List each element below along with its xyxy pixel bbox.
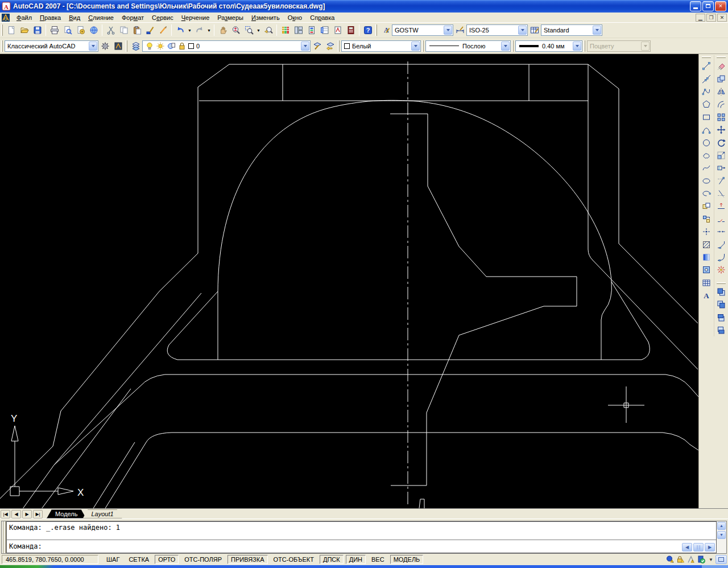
status-toggle-вес[interactable]: ВЕС (368, 555, 388, 564)
toolbar-grip[interactable] (512, 40, 514, 52)
table-style-combo[interactable]: Standard (541, 24, 602, 36)
scroll-up-button[interactable]: ▲ (717, 522, 726, 530)
rotate-button[interactable] (715, 136, 727, 149)
zoom-realtime-button[interactable] (229, 24, 242, 37)
copy-button[interactable] (715, 72, 727, 85)
polyline-button[interactable] (700, 85, 713, 98)
doc-close-button[interactable]: ✕ (717, 14, 727, 22)
break-button[interactable] (715, 213, 727, 225)
plot-preview-button[interactable] (61, 24, 74, 37)
my-workspace-button[interactable] (111, 39, 125, 52)
revision-cloud-button[interactable] (700, 149, 713, 162)
extend-button[interactable] (715, 187, 727, 200)
menu-tools[interactable]: Сервис (148, 14, 177, 22)
polygon-button[interactable] (700, 98, 713, 110)
linetype-combo[interactable]: Послою (425, 40, 511, 52)
table-style-manager-button[interactable] (528, 24, 541, 37)
menu-merge[interactable]: Слияние (84, 14, 118, 22)
toolbar-grip[interactable] (584, 40, 585, 52)
status-toggle-орто[interactable]: ОРТО (155, 555, 179, 564)
save-button[interactable] (31, 24, 44, 37)
ellipse-button[interactable] (700, 175, 713, 187)
move-button[interactable] (715, 124, 727, 136)
line-button[interactable] (700, 60, 713, 72)
offset-button[interactable] (715, 98, 727, 110)
menu-help[interactable]: Справка (306, 14, 338, 22)
dim-style-combo[interactable]: ISO-25 (466, 24, 528, 36)
menu-edit[interactable]: Правка (36, 14, 65, 22)
command-window-grip[interactable] (2, 521, 6, 553)
point-button[interactable] (700, 225, 713, 238)
plot-button[interactable] (48, 24, 61, 37)
break-at-point-button[interactable] (715, 200, 727, 212)
zoom-window-dropdown[interactable]: ▼ (255, 24, 262, 37)
status-toggle-шаг[interactable]: ШАГ (103, 555, 123, 564)
multiline-text-button[interactable]: A (700, 289, 713, 302)
model-space-canvas[interactable]: YX (0, 54, 698, 508)
text-style-combo[interactable]: GOSTW (392, 24, 453, 36)
menu-draw[interactable]: Черчение (177, 14, 214, 22)
chevron-down-icon[interactable] (593, 26, 601, 35)
gradient-button[interactable] (700, 251, 713, 264)
status-toggle-привязка[interactable]: ПРИВЯЗКА (228, 555, 267, 564)
toolbar-grip[interactable] (375, 24, 377, 36)
arc-button[interactable] (700, 124, 713, 136)
chamfer-button[interactable] (715, 238, 727, 250)
tab-last-button[interactable]: ▶| (33, 510, 43, 518)
scroll-left-button[interactable]: ◀ (682, 543, 692, 551)
status-toggle-модель[interactable]: МОДЕЛЬ (390, 555, 424, 564)
layer-on-bulb-icon[interactable] (145, 42, 154, 51)
coordinate-readout[interactable]: 465.8519, 780.7650, 0.0000 (2, 555, 98, 564)
help-button[interactable]: ? (361, 24, 374, 37)
chevron-down-icon[interactable] (301, 42, 309, 51)
menu-dimension[interactable]: Размеры (213, 14, 247, 22)
autocad-app-icon[interactable]: A (2, 2, 11, 11)
status-toggle-дин[interactable]: ДИН (346, 555, 366, 564)
layer-properties-manager-button[interactable] (129, 39, 142, 52)
open-button[interactable] (18, 24, 31, 37)
quickcalc-button[interactable] (344, 24, 357, 37)
tool-palettes-button[interactable] (305, 24, 318, 37)
chevron-down-icon[interactable] (501, 42, 510, 51)
designcenter-button[interactable] (292, 24, 305, 37)
layer-combo[interactable]: 0 (142, 40, 311, 52)
circle-button[interactable] (700, 136, 713, 149)
chevron-down-icon[interactable] (89, 42, 97, 51)
fillet-button[interactable] (715, 251, 727, 264)
layer-lock-icon[interactable] (177, 42, 187, 51)
lineweight-combo[interactable]: 0.40 мм (515, 40, 582, 52)
toolbar-grip[interactable] (702, 56, 711, 58)
scroll-down-button[interactable]: ▼ (717, 531, 726, 539)
chevron-down-icon[interactable] (518, 26, 527, 35)
menu-window[interactable]: Окно (284, 14, 307, 22)
markup-sets-button[interactable] (331, 24, 344, 37)
make-block-button[interactable] (700, 213, 713, 225)
spline-button[interactable] (700, 162, 713, 174)
tab-layout1[interactable]: Layout1 (82, 509, 122, 518)
block-editor-button[interactable] (156, 24, 169, 37)
chevron-down-icon[interactable] (444, 26, 452, 35)
toolbar-grip[interactable] (126, 40, 127, 52)
redo-button[interactable] (193, 24, 206, 37)
chevron-down-icon[interactable] (573, 42, 581, 51)
paste-button[interactable] (130, 24, 143, 37)
construction-line-button[interactable] (700, 72, 713, 85)
trim-button[interactable] (715, 175, 727, 187)
scroll-right-button[interactable]: ▶ (705, 543, 715, 551)
send-under-objects-button[interactable] (715, 324, 727, 336)
array-button[interactable] (715, 111, 727, 124)
toolbar-grip[interactable] (338, 40, 340, 52)
copy-clip-button[interactable] (117, 24, 130, 37)
menu-format[interactable]: Формат (118, 14, 148, 22)
validate-dwg-icon[interactable] (697, 555, 706, 564)
chevron-down-icon[interactable] (411, 42, 420, 51)
workspaces-combo[interactable]: Классический AutoCAD (5, 40, 98, 52)
menu-view[interactable]: Вид (65, 14, 84, 22)
status-toggle-дпск[interactable]: ДПСК (320, 555, 344, 564)
erase-button[interactable] (715, 60, 727, 72)
tab-first-button[interactable]: |◀ (1, 510, 10, 518)
match-properties-button[interactable] (143, 24, 156, 37)
doc-restore-button[interactable]: ❐ (706, 14, 716, 22)
3d-dwf-button[interactable] (87, 24, 100, 37)
insert-block-button[interactable] (700, 200, 713, 212)
